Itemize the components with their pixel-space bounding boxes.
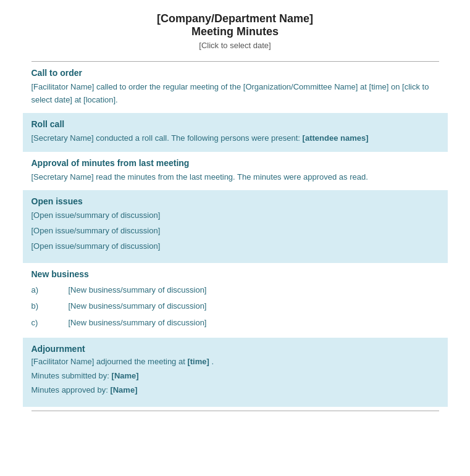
approved-label: Minutes approved by: bbox=[31, 385, 111, 395]
table-row: c) [New business/summary of discussion] bbox=[31, 315, 439, 332]
nb-item-b: [New business/summary of discussion] bbox=[69, 298, 439, 315]
attendee-names: [attendee names] bbox=[303, 133, 369, 143]
open-issues-body: [Open issue/summary of discussion] [Open… bbox=[31, 209, 439, 253]
open-issues-title: Open issues bbox=[31, 196, 439, 206]
approval-title: Approval of minutes from last meeting bbox=[31, 158, 439, 168]
approved-line: Minutes approved by: [Name] bbox=[31, 385, 439, 395]
adjournment-time: [time] bbox=[187, 357, 209, 366]
document-title: Meeting Minutes bbox=[31, 25, 439, 38]
open-issues-section: Open issues [Open issue/summary of discu… bbox=[23, 190, 448, 262]
call-to-order-text-3: on bbox=[391, 82, 402, 91]
approved-name: [Name] bbox=[110, 385, 137, 395]
new-business-body: a) [New business/summary of discussion] … bbox=[31, 282, 439, 332]
nb-letter-c: c) bbox=[31, 315, 69, 332]
open-issue-2: [Open issue/summary of discussion] bbox=[31, 225, 439, 238]
date-selector[interactable]: [Click to select date] bbox=[31, 41, 439, 50]
company-name: [Company/Department Name] bbox=[31, 12, 439, 25]
adjournment-text-pre: [Facilitator Name] adjourned the meeting… bbox=[31, 357, 188, 366]
new-business-title: New business bbox=[31, 269, 439, 279]
roll-call-section: Roll call [Secretary Name] conducted a r… bbox=[23, 113, 448, 152]
call-to-order-text-4: at [location]. bbox=[75, 95, 118, 104]
submitted-line: Minutes submitted by: [Name] bbox=[31, 371, 439, 380]
new-business-section: New business a) [New business/summary of… bbox=[31, 263, 439, 338]
roll-call-body: [Secretary Name] conducted a roll call. … bbox=[31, 132, 439, 145]
call-to-order-section: Call to order [Facilitator Name] called … bbox=[31, 62, 439, 113]
approval-section: Approval of minutes from last meeting [S… bbox=[31, 152, 439, 190]
adjournment-text-post: . bbox=[211, 357, 214, 366]
new-business-table: a) [New business/summary of discussion] … bbox=[31, 282, 439, 332]
org-name: [Organization/Committee Name] bbox=[243, 82, 358, 91]
submitted-label: Minutes submitted by: bbox=[31, 371, 112, 380]
open-issue-1: [Open issue/summary of discussion] bbox=[31, 209, 439, 222]
adjournment-title: Adjournment bbox=[31, 344, 439, 354]
adjournment-line1: [Facilitator Name] adjourned the meeting… bbox=[31, 357, 439, 366]
submitted-name: [Name] bbox=[112, 371, 139, 380]
nb-letter-b: b) bbox=[31, 298, 69, 315]
call-to-order-text-2: at bbox=[360, 82, 369, 91]
adjournment-section: Adjournment [Facilitator Name] adjourned… bbox=[23, 338, 448, 407]
call-to-order-body: [Facilitator Name] called to order the r… bbox=[31, 81, 439, 107]
approval-body: [Secretary Name] read the minutes from t… bbox=[31, 171, 439, 184]
table-row: a) [New business/summary of discussion] bbox=[31, 282, 439, 299]
facilitator-name-1: [Facilitator Name] bbox=[31, 82, 94, 91]
bottom-divider bbox=[31, 411, 439, 411]
call-to-order-text-1: called to order the regular meeting of t… bbox=[96, 82, 243, 91]
meeting-time-1: [time] bbox=[369, 82, 389, 91]
nb-item-c: [New business/summary of discussion] bbox=[69, 315, 439, 332]
nb-letter-a: a) bbox=[31, 282, 69, 299]
table-row: b) [New business/summary of discussion] bbox=[31, 298, 439, 315]
page-container: [Company/Department Name] Meeting Minute… bbox=[13, 0, 458, 430]
nb-item-a: [New business/summary of discussion] bbox=[69, 282, 439, 299]
open-issue-3: [Open issue/summary of discussion] bbox=[31, 240, 439, 253]
call-to-order-title: Call to order bbox=[31, 68, 439, 78]
header: [Company/Department Name] Meeting Minute… bbox=[31, 12, 439, 50]
roll-call-text: [Secretary Name] conducted a roll call. … bbox=[31, 133, 303, 143]
roll-call-title: Roll call bbox=[31, 119, 439, 129]
